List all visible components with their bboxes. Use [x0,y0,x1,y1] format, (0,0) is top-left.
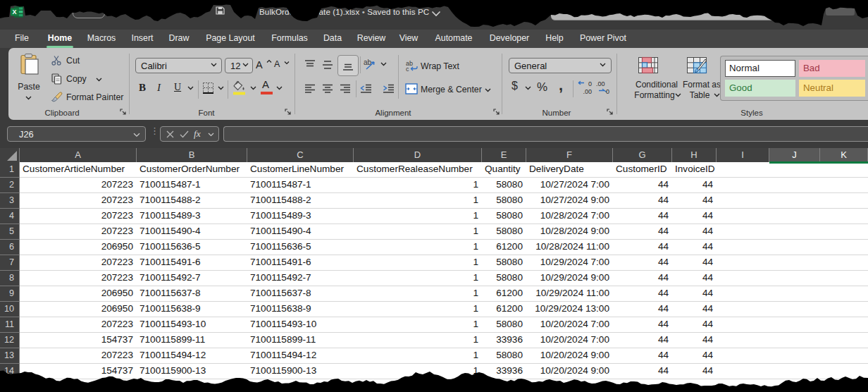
cell-B1[interactable]: CustomerOrderNumber [137,162,248,178]
cell-E12[interactable]: 33936 [482,333,527,348]
cell-B9[interactable]: 7100115637-8 [137,286,248,302]
row-header-1[interactable]: 1 [0,162,20,178]
cell-E8[interactable]: 58080 [482,271,527,286]
cell-J4[interactable] [769,209,821,224]
cell-B7[interactable]: 7100115491-6 [137,255,248,271]
cell-C3[interactable]: 7100115488-2 [247,193,354,209]
cell-G1[interactable]: CustomerID [613,162,673,178]
cell-E5[interactable]: 58080 [482,224,527,240]
cell-A9[interactable]: 206950 [20,286,137,302]
cell-I11[interactable] [717,317,770,333]
cell-B11[interactable]: 7100115493-10 [137,317,248,333]
cell-A6[interactable]: 206950 [20,240,137,255]
cell-G6[interactable]: 44 [613,240,673,255]
cell-I5[interactable] [717,224,770,240]
cell-C11[interactable]: 7100115493-10 [247,317,354,333]
cell-C6[interactable]: 7100115636-5 [247,240,354,255]
cell-G3[interactable]: 44 [613,193,673,209]
cell-C14[interactable]: 7100115900-13 [247,364,354,379]
cell-B14[interactable]: 7100115900-13 [137,364,248,379]
cell-D1[interactable]: CustomerRealeaseNumber [354,162,483,178]
cell-C12[interactable]: 7100115899-11 [247,333,354,348]
title-dropdown-chevron-icon[interactable] [431,7,447,18]
cell-H11[interactable]: 44 [672,317,717,333]
cell-K3[interactable] [820,193,868,209]
orientation-chevron-icon[interactable] [380,62,387,68]
column-header-C[interactable]: C [247,148,354,162]
cell-K4[interactable] [820,209,868,224]
cell-H8[interactable]: 44 [672,271,717,286]
alignment-dialog-launcher[interactable] [493,109,500,116]
cell-C1[interactable]: CustomerLineNumber [247,162,354,178]
cell-G13[interactable]: 44 [613,348,673,364]
underline-button[interactable]: U [174,82,184,96]
cell-G14[interactable]: 44 [613,364,673,379]
cell-J8[interactable] [769,271,821,286]
cell-K14[interactable] [820,364,868,379]
cell-F2[interactable]: 10/27/2024 7:00 [526,178,614,193]
cell-B6[interactable]: 7100115636-5 [137,240,248,255]
cell-H1[interactable]: InvoiceID [672,162,717,178]
cell-J3[interactable] [769,193,821,209]
cell-K11[interactable] [820,317,868,333]
column-header-I[interactable]: I [717,148,769,162]
cell-F1[interactable]: DeliveryDate [526,162,614,178]
select-all-button[interactable] [0,148,20,162]
cell-E10[interactable]: 61200 [482,302,527,317]
cell-B12[interactable]: 7100115899-11 [137,333,248,348]
clipboard-dialog-launcher[interactable] [120,109,127,116]
row-header-2[interactable]: 2 [0,178,20,193]
currency-format-button[interactable]: $ [512,80,521,94]
cell-C2[interactable]: 7100115487-1 [247,178,354,193]
row-header-13[interactable]: 13 [0,348,20,364]
bold-button[interactable]: B [139,82,150,96]
cell-B2[interactable]: 7100115487-1 [137,178,248,193]
cell-I10[interactable] [717,302,770,317]
increase-decimal-button[interactable]: 0 .00 [577,80,593,95]
cell-J14[interactable] [769,364,821,379]
column-header-B[interactable]: B [137,148,247,162]
row-header-9[interactable]: 9 [0,286,20,302]
decrease-decimal-button[interactable]: .00 0 [596,80,612,95]
cell-H4[interactable]: 44 [672,209,717,224]
cell-A5[interactable]: 207223 [20,224,137,240]
cell-F8[interactable]: 10/29/2024 9:00 [526,271,614,286]
cell-G2[interactable]: 44 [613,178,673,193]
cell-K2[interactable] [820,178,868,193]
cell-H9[interactable]: 44 [672,286,717,302]
cell-E1[interactable]: Quantity [482,162,527,178]
row-header-5[interactable]: 5 [0,224,20,240]
cell-D9[interactable]: 1 [354,286,483,302]
underline-options-chevron-icon[interactable] [187,86,194,92]
cell-J2[interactable] [769,178,821,193]
row-header-12[interactable]: 12 [0,333,20,348]
cell-D7[interactable]: 1 [354,255,483,271]
row-header-10[interactable]: 10 [0,302,20,317]
borders-button[interactable] [202,82,214,94]
copy-button[interactable]: Copy [49,73,127,86]
cell-J10[interactable] [769,302,821,317]
font-name-combo[interactable]: Calibri [135,58,222,73]
cell-A2[interactable]: 207223 [20,178,137,193]
font-color-button[interactable]: A [261,80,273,95]
menu-tab-insert[interactable]: Insert [132,33,154,43]
fill-color-chevron-icon[interactable] [250,86,256,92]
cell-G4[interactable]: 44 [613,209,673,224]
paste-button[interactable]: Paste [11,52,48,114]
orientation-button[interactable]: ab [364,58,376,71]
cell-E2[interactable]: 58080 [482,178,527,193]
cell-H3[interactable]: 44 [672,193,717,209]
cell-K13[interactable] [820,348,868,364]
align-left-button[interactable] [304,83,316,94]
cut-button[interactable]: Cut [49,56,127,68]
menu-tab-review[interactable]: Review [357,33,386,43]
percent-format-button[interactable]: % [537,80,551,94]
cell-G11[interactable]: 44 [613,317,673,333]
cancel-icon[interactable] [166,130,174,138]
italic-button[interactable]: I [157,82,166,96]
cell-I12[interactable] [717,333,770,348]
cell-B3[interactable]: 7100115488-2 [137,193,248,209]
menu-tab-view[interactable]: View [399,33,418,43]
cell-H10[interactable]: 44 [672,302,717,317]
cell-C9[interactable]: 7100115637-8 [247,286,354,302]
